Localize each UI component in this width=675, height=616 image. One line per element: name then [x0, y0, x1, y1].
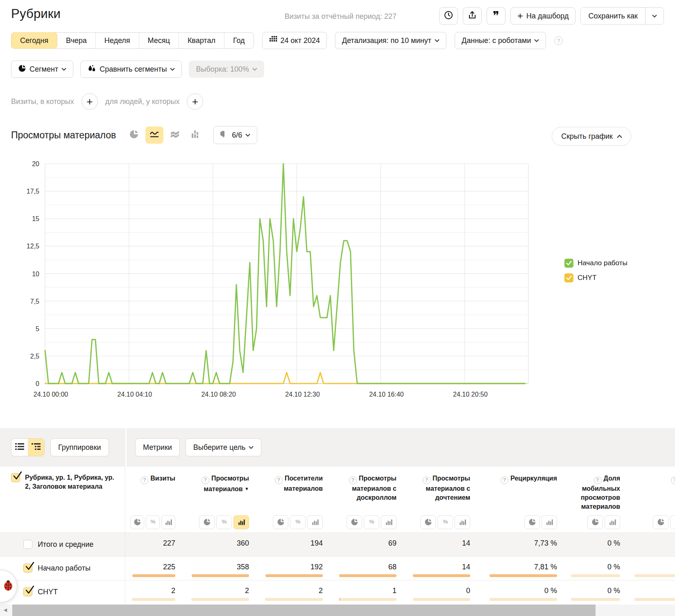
share-bar	[339, 598, 396, 601]
add-people-filter-button[interactable]: +	[187, 93, 203, 110]
pie-view-button[interactable]	[653, 515, 668, 529]
share-bar	[413, 574, 470, 577]
period-tab-6[interactable]: Год	[224, 33, 254, 48]
svg-text:24.10 16:40: 24.10 16:40	[369, 391, 404, 398]
period-tab-2[interactable]: Вчера	[57, 33, 96, 48]
bar-view-button[interactable]	[455, 515, 470, 529]
grouping-checkbox[interactable]	[11, 473, 20, 482]
add-to-dashboard-button[interactable]: + На дашборд	[510, 7, 575, 25]
visits-filter-label: Визиты, в которых	[11, 97, 74, 106]
chart-type-pie-button[interactable]	[125, 126, 143, 144]
export-button[interactable]	[463, 7, 482, 25]
groupings-button[interactable]: Группировки	[50, 438, 109, 456]
bar-view-button[interactable]	[307, 515, 323, 529]
compare-segments-button[interactable]: Сравнить сегменты	[80, 61, 182, 78]
chevron-up-icon	[617, 135, 622, 138]
scroll-left-icon[interactable]: ◄	[2, 607, 8, 613]
legend-item-2[interactable]: CHYT	[564, 273, 627, 282]
pie-view-button[interactable]	[130, 515, 144, 529]
column-header-8[interactable]: ?м	[625, 467, 675, 514]
data-mode-dropdown[interactable]: Данные: с роботами	[455, 32, 546, 49]
segment-button[interactable]: Сегмент	[11, 61, 73, 78]
chart-type-bar-button[interactable]	[186, 126, 204, 144]
help-icon[interactable]: ?	[671, 476, 675, 484]
pie-view-button[interactable]	[587, 515, 603, 529]
chart-type-area-button[interactable]	[166, 126, 184, 144]
percent-view-button[interactable]: %	[216, 515, 232, 529]
percent-view-button[interactable]: %	[290, 515, 306, 529]
cell-value: 1	[392, 587, 396, 595]
percent-view-button[interactable]: %	[364, 515, 379, 529]
period-tab-1[interactable]: Сегодня	[11, 32, 57, 49]
row-checkbox[interactable]	[23, 587, 32, 596]
help-icon[interactable]: ?	[423, 476, 430, 484]
chart-type-line-button[interactable]	[145, 126, 163, 144]
value-cell: 0 %	[562, 557, 625, 580]
value-cell: 69	[328, 533, 401, 556]
chevron-down-icon	[534, 39, 539, 42]
help-icon[interactable]: ?	[501, 476, 508, 484]
pie-view-button[interactable]	[199, 515, 215, 529]
help-icon[interactable]: ?	[554, 36, 563, 45]
help-icon[interactable]: ?	[594, 476, 602, 484]
svg-text:0: 0	[36, 380, 39, 387]
period-tab-4[interactable]: Месяц	[139, 33, 179, 48]
cell-value: 227	[163, 539, 175, 547]
column-header-3[interactable]: ?Посетители материалов	[254, 467, 328, 514]
period-tab-5[interactable]: Квартал	[179, 33, 224, 48]
metrics-button[interactable]: Метрики	[135, 438, 180, 456]
column-header-2[interactable]: ?Просмотры материалов ▼	[180, 467, 254, 514]
bar-view-button[interactable]	[233, 515, 249, 529]
people-filter-label: для людей, у которых	[105, 97, 180, 106]
bar-view-button[interactable]	[541, 515, 557, 529]
row-checkbox[interactable]	[23, 564, 32, 573]
goal-dropdown[interactable]: Выберите цель	[186, 438, 262, 456]
pie-view-button[interactable]	[273, 515, 288, 529]
svg-text:24.10 08:20: 24.10 08:20	[201, 391, 236, 398]
pie-view-button[interactable]	[420, 515, 436, 529]
date-picker-button[interactable]: 24 окт 2024	[262, 32, 327, 49]
cell-value: 2	[245, 587, 249, 595]
column-header-7[interactable]: ?Доля мобильных просмотров материалов	[562, 467, 625, 514]
help-icon[interactable]: ?	[275, 476, 283, 484]
table-metric-view-icons: %%%%%	[0, 514, 675, 533]
percent-view-button[interactable]: %	[437, 515, 453, 529]
flat-list-view-button[interactable]	[11, 439, 28, 456]
ladybug-icon	[3, 580, 14, 593]
bar-view-button[interactable]	[605, 515, 620, 529]
share-bar	[489, 574, 557, 577]
history-button[interactable]	[439, 7, 458, 25]
row-checkbox[interactable]	[23, 540, 32, 549]
legend-checkbox[interactable]	[564, 259, 573, 268]
percent-view-button[interactable]: %	[146, 515, 160, 529]
legend-item-1[interactable]: Начало работы	[564, 259, 627, 268]
assistant-button[interactable]: ❞	[487, 7, 505, 25]
add-visit-filter-button[interactable]: +	[82, 93, 98, 110]
hide-chart-button[interactable]: Скрыть график	[552, 127, 631, 146]
help-icon[interactable]: ?	[140, 476, 148, 484]
value-cell: 192	[254, 557, 328, 580]
column-header-5[interactable]: ?Просмотры материалов с дочтением	[401, 467, 475, 514]
save-as-button[interactable]: Сохранить как	[581, 8, 645, 24]
sampling-dropdown[interactable]: Выборка: 100%	[189, 61, 264, 78]
annotations-dropdown[interactable]: 6/6	[213, 126, 257, 144]
legend-checkbox[interactable]	[564, 273, 573, 282]
bar-view-button[interactable]	[381, 515, 396, 529]
scrollbar-thumb[interactable]	[12, 605, 596, 616]
tree-view-button[interactable]	[28, 439, 44, 456]
column-header-6[interactable]: ?Рециркуляция	[475, 467, 562, 514]
help-icon[interactable]: ?	[202, 476, 209, 484]
bar-view-button[interactable]	[670, 515, 675, 529]
help-icon[interactable]: ?	[349, 476, 357, 484]
bar-view-button[interactable]	[161, 515, 175, 529]
pie-view-button[interactable]	[347, 515, 362, 529]
horizontal-scrollbar[interactable]: ◄	[0, 605, 675, 616]
column-header-1[interactable]: ?Визиты	[125, 467, 180, 514]
cell-value: 194	[310, 539, 323, 547]
detail-dropdown[interactable]: Детализация: по 10 минут	[335, 32, 446, 49]
save-as-dropdown[interactable]	[645, 8, 664, 24]
quotes-icon: ❞	[493, 12, 499, 20]
period-tab-3[interactable]: Неделя	[96, 33, 139, 48]
pie-view-button[interactable]	[524, 515, 540, 529]
column-header-4[interactable]: ?Просмотры материалов с доскроллом	[328, 467, 401, 514]
